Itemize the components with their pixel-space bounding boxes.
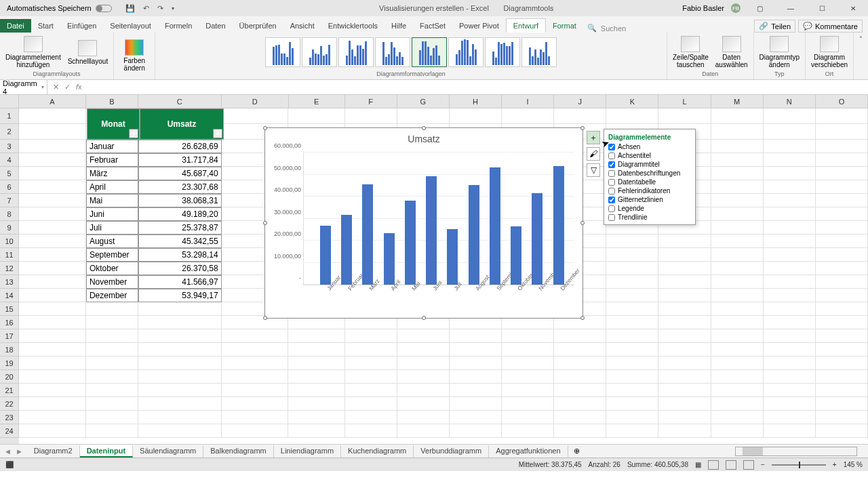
cell[interactable] [397, 343, 450, 357]
checkbox[interactable] [608, 170, 615, 177]
cell[interactable] [288, 424, 344, 438]
cell[interactable]: 45.687,40 [138, 167, 222, 180]
cell[interactable] [711, 316, 764, 329]
chart-bar[interactable] [447, 229, 458, 285]
record-macro-icon[interactable]: ⬛ [0, 461, 19, 468]
checkbox[interactable] [608, 152, 615, 159]
cell[interactable] [19, 153, 86, 167]
tab-seitenlayout[interactable]: Seitenlayout [103, 19, 158, 33]
cell[interactable] [816, 411, 868, 424]
cell[interactable] [658, 235, 711, 248]
chart-title[interactable]: Umsatz [265, 128, 583, 144]
cell[interactable] [606, 343, 658, 357]
cell[interactable] [288, 343, 344, 357]
cell[interactable] [606, 357, 658, 370]
display-settings-icon[interactable]: ▦ [695, 461, 701, 468]
search-icon[interactable]: 🔍 [583, 24, 601, 33]
cell[interactable]: 23.307,68 [138, 180, 222, 194]
chart-bar[interactable] [362, 184, 373, 285]
cell[interactable] [711, 329, 764, 343]
cell[interactable] [450, 329, 502, 343]
cell[interactable] [86, 343, 138, 357]
checkbox[interactable] [608, 197, 615, 203]
chart-elements-button[interactable]: ＋ [587, 131, 600, 144]
cell[interactable] [397, 424, 450, 438]
cell[interactable] [345, 343, 397, 357]
cell[interactable] [606, 275, 658, 289]
cell[interactable]: Juli [86, 221, 138, 235]
cell[interactable] [502, 370, 554, 384]
col-header[interactable]: K [606, 95, 658, 108]
checkbox[interactable] [608, 188, 615, 195]
cell[interactable] [345, 370, 397, 384]
cell[interactable] [606, 248, 658, 262]
cell[interactable] [816, 370, 868, 384]
chart-element-option[interactable]: Diagrammtitel [607, 160, 692, 169]
chart-element-option[interactable]: Datentabelle [607, 178, 692, 186]
cell[interactable] [19, 329, 86, 343]
quick-layout-button[interactable]: Schnelllayout [65, 39, 111, 66]
cell[interactable] [222, 329, 289, 343]
fx-accept-icon[interactable]: ✓ [64, 83, 71, 92]
chart-style-thumb[interactable] [448, 37, 484, 67]
cell[interactable] [138, 397, 222, 411]
cell[interactable]: Oktober [86, 262, 138, 275]
cell[interactable] [816, 124, 868, 140]
cell[interactable] [764, 411, 816, 424]
cell[interactable] [138, 302, 222, 316]
cell[interactable] [816, 194, 868, 207]
row-header[interactable]: 7 [0, 194, 19, 207]
cell[interactable] [222, 343, 289, 357]
cell[interactable] [19, 221, 86, 235]
checkbox[interactable] [608, 214, 615, 221]
cell[interactable] [19, 397, 86, 411]
row-header[interactable]: 4 [0, 153, 19, 167]
tab-einfugen[interactable]: Einfügen [60, 19, 103, 33]
chart-style-thumb[interactable] [302, 37, 337, 67]
cell[interactable]: 26.628,69 [138, 140, 222, 153]
sheet-nav-prev-icon[interactable]: ◄ [4, 447, 12, 455]
cell[interactable] [19, 207, 86, 221]
chart-element-option[interactable]: Datenbeschriftungen [607, 169, 692, 178]
cell[interactable] [711, 248, 764, 262]
cell[interactable] [19, 194, 86, 207]
cell[interactable] [554, 397, 606, 411]
cell[interactable] [764, 343, 816, 357]
cell[interactable] [288, 329, 344, 343]
col-header[interactable]: N [764, 95, 816, 108]
switch-row-col-button[interactable]: Zeile/Spalte tauschen [670, 35, 711, 70]
cell[interactable] [816, 207, 868, 221]
cell[interactable] [711, 357, 764, 370]
cell[interactable] [502, 384, 554, 397]
cell[interactable] [19, 124, 86, 140]
cell[interactable] [222, 384, 289, 397]
cell[interactable] [86, 370, 138, 384]
cell[interactable] [86, 316, 138, 329]
cell[interactable] [554, 370, 606, 384]
cell[interactable] [288, 384, 344, 397]
cell[interactable] [554, 411, 606, 424]
cell[interactable] [764, 140, 816, 153]
cell[interactable] [711, 194, 764, 207]
cell[interactable] [19, 370, 86, 384]
cell[interactable] [711, 180, 764, 194]
name-box[interactable]: Diagramm 4▾ [0, 80, 47, 94]
cell[interactable] [138, 329, 222, 343]
cell[interactable]: März [86, 167, 138, 180]
cell[interactable]: 25.378,87 [138, 221, 222, 235]
user-avatar[interactable]: FB [731, 3, 741, 13]
tab-powerpivot[interactable]: Power Pivot [452, 19, 506, 33]
cell[interactable] [816, 153, 868, 167]
cell[interactable] [711, 384, 764, 397]
cell[interactable]: April [86, 180, 138, 194]
horizontal-scrollbar[interactable] [735, 447, 857, 456]
col-header[interactable]: D [222, 95, 289, 108]
cell[interactable] [222, 370, 289, 384]
col-header[interactable]: E [289, 95, 345, 108]
cell[interactable] [658, 262, 711, 275]
cell[interactable] [711, 207, 764, 221]
tab-entwurf[interactable]: Entwurf [506, 18, 546, 33]
cell[interactable]: November [86, 275, 138, 289]
cell[interactable] [764, 384, 816, 397]
cell[interactable] [450, 384, 502, 397]
